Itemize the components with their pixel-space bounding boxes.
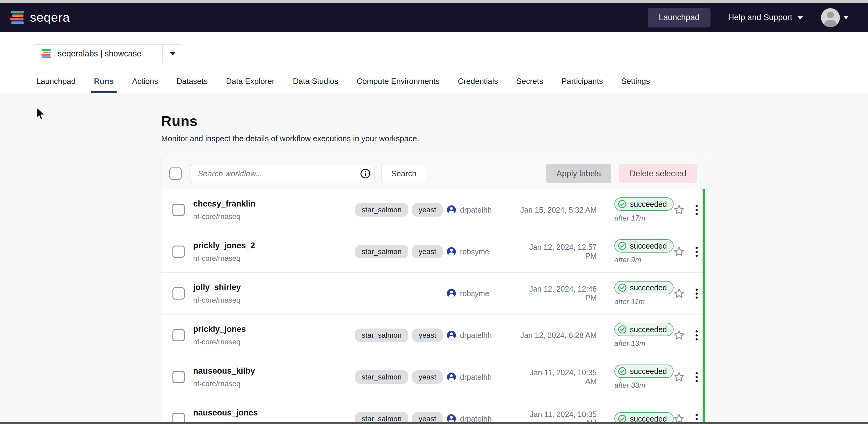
row-menu-cell	[689, 328, 704, 342]
tab-participants[interactable]: Participants	[561, 76, 604, 93]
status-badge[interactable]: succeeded	[614, 323, 674, 336]
status-label: succeeded	[630, 325, 667, 334]
run-name-cell: prickly_jones nf-core/rnaseq	[193, 325, 355, 346]
user-menu[interactable]	[821, 8, 848, 27]
star-icon[interactable]	[673, 329, 685, 341]
tab-compute-environments[interactable]: Compute Environments	[356, 76, 440, 93]
user-icon	[446, 330, 456, 340]
run-pipeline: nf-core/rnaseq	[193, 296, 355, 304]
run-user-name: robsyme	[460, 248, 489, 256]
status-badge[interactable]: succeeded	[614, 239, 674, 253]
star-icon[interactable]	[673, 204, 685, 216]
brand[interactable]: seqera	[9, 10, 70, 25]
label-pill: star_salmon	[355, 245, 408, 258]
avatar[interactable]	[821, 8, 840, 27]
run-user-name: robsyme	[460, 289, 489, 298]
tab-datasets[interactable]: Datasets	[176, 76, 209, 93]
delete-selected-button[interactable]: Delete selected	[619, 164, 697, 183]
run-duration: after 11m	[614, 297, 669, 306]
run-name-cell: nauseous_kilby nf-core/rnaseq	[193, 366, 355, 388]
tab-launchpad[interactable]: Launchpad	[36, 76, 76, 93]
label-pill: star_salmon	[355, 328, 408, 342]
row-checkbox[interactable]	[173, 329, 185, 341]
run-status-cell: succeeded after 33m	[599, 364, 669, 390]
row-checkbox-cell	[161, 371, 193, 383]
star-cell	[669, 204, 689, 216]
help-and-support-label: Help and Support	[728, 13, 792, 22]
avatar-head-icon	[827, 11, 834, 18]
kebab-menu-icon[interactable]	[694, 328, 700, 342]
workspace-selector[interactable]: seqeralabs | showcase	[33, 44, 183, 63]
status-green-strip	[703, 189, 705, 424]
user-icon	[446, 372, 456, 382]
row-menu-cell	[689, 287, 704, 300]
workspace-selector-toggle[interactable]	[163, 44, 183, 63]
run-labels: star_salmonyeast	[355, 370, 446, 384]
row-checkbox-cell	[161, 287, 193, 299]
tab-data-explorer[interactable]: Data Explorer	[225, 76, 275, 93]
search-button[interactable]: Search	[381, 164, 426, 183]
table-row: jolly_shirley nf-core/rnaseq robsyme Jan…	[161, 273, 705, 315]
kebab-menu-icon[interactable]	[694, 370, 700, 384]
star-cell	[669, 246, 689, 258]
check-circle-icon	[618, 367, 627, 376]
row-menu-cell	[689, 370, 704, 384]
runs-table-body: cheesy_franklin nf-core/rnaseq star_salm…	[161, 189, 705, 424]
launchpad-button[interactable]: Launchpad	[648, 8, 711, 28]
window-chrome-strip	[0, 0, 868, 3]
kebab-menu-icon[interactable]	[694, 245, 700, 259]
run-name[interactable]: nauseous_kilby	[193, 366, 355, 376]
tab-runs[interactable]: Runs	[93, 76, 115, 93]
label-pill: yeast	[412, 328, 443, 342]
apply-labels-button[interactable]: Apply labels	[546, 164, 611, 183]
select-all-checkbox[interactable]	[169, 167, 182, 180]
table-row: prickly_jones nf-core/rnaseq star_salmon…	[161, 315, 705, 356]
kebab-menu-icon[interactable]	[694, 203, 700, 217]
workspace-selector-label: seqeralabs | showcase	[58, 49, 141, 59]
run-user: drpatelhh	[446, 372, 518, 382]
star-cell	[669, 371, 689, 383]
status-badge[interactable]: succeeded	[614, 197, 674, 211]
run-labels: star_salmonyeast	[355, 245, 446, 258]
run-pipeline: nf-core/rnaseq	[193, 380, 355, 388]
row-checkbox[interactable]	[173, 287, 185, 299]
run-date: Jan 11, 2024, 10:35 AM	[518, 368, 599, 386]
row-checkbox[interactable]	[173, 371, 185, 383]
run-name[interactable]: prickly_jones_2	[193, 241, 355, 251]
check-circle-icon	[618, 283, 627, 292]
status-badge[interactable]: succeeded	[614, 364, 674, 378]
caret-down-icon	[844, 16, 848, 19]
status-badge[interactable]: succeeded	[614, 281, 674, 294]
tab-settings[interactable]: Settings	[621, 76, 651, 93]
star-icon[interactable]	[673, 371, 685, 383]
row-checkbox-cell	[161, 329, 193, 341]
run-name[interactable]: cheesy_franklin	[193, 199, 355, 209]
workspace-band: seqeralabs | showcase LaunchpadRunsActio…	[0, 32, 868, 93]
workspace-tabs: LaunchpadRunsActionsDatasetsData Explore…	[36, 76, 868, 93]
tab-secrets[interactable]: Secrets	[516, 76, 544, 93]
table-row: prickly_jones_2 nf-core/rnaseq star_salm…	[161, 231, 705, 273]
page-title: Runs	[161, 112, 705, 129]
tab-credentials[interactable]: Credentials	[457, 76, 499, 93]
run-status-cell: succeeded after 17m	[599, 197, 669, 222]
row-checkbox[interactable]	[173, 204, 185, 216]
check-circle-icon	[618, 199, 627, 209]
caret-down-icon	[797, 16, 803, 20]
row-checkbox[interactable]	[173, 246, 185, 258]
tab-data-studios[interactable]: Data Studios	[292, 76, 339, 93]
run-name[interactable]: nauseous_jones	[193, 408, 355, 418]
search-input[interactable]	[190, 164, 356, 183]
user-icon	[446, 289, 456, 298]
run-pipeline: nf-core/rnaseq	[193, 254, 355, 263]
help-and-support-menu[interactable]: Help and Support	[728, 13, 803, 22]
run-user-name: drpatelhh	[460, 205, 492, 215]
runs-table-card: Search Apply labels Delete selected chee…	[161, 158, 705, 424]
kebab-menu-icon[interactable]	[694, 287, 700, 300]
search-info-button[interactable]	[356, 164, 374, 183]
run-name[interactable]: jolly_shirley	[193, 283, 355, 292]
run-name[interactable]: prickly_jones	[193, 325, 355, 334]
tab-actions[interactable]: Actions	[131, 76, 159, 93]
star-icon[interactable]	[673, 287, 685, 299]
caret-down-icon	[170, 52, 176, 56]
star-icon[interactable]	[673, 246, 685, 258]
